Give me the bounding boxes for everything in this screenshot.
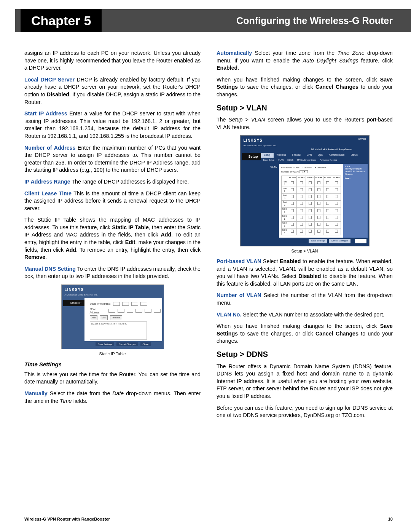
setup-side-tab: Setup xyxy=(242,153,261,160)
mac-octet-input[interactable] xyxy=(127,309,134,313)
paragraph: Number of Address Enter the maximum numb… xyxy=(24,144,201,174)
figure-setup-vlan: LINKSYS A Division of Cisco Systems, Inc… xyxy=(240,135,370,254)
ip-octet-input[interactable] xyxy=(140,302,147,306)
chapter-badge: Chapter 5 xyxy=(21,9,102,32)
mac-octet-input[interactable] xyxy=(118,309,124,313)
add-button[interactable]: Add xyxy=(90,315,98,320)
tab-administration[interactable]: Administration xyxy=(326,153,347,158)
close-button[interactable]: Close xyxy=(140,342,151,346)
figure-caption: Setup > VLAN xyxy=(240,248,370,254)
term-start-ip: Start IP Address xyxy=(24,110,67,117)
paragraph: When you have finished making changes to… xyxy=(217,323,393,345)
paragraph: The Router offers a Dynamic Domain Name … xyxy=(217,363,393,400)
paragraph: Manually Select the date from the Date d… xyxy=(24,390,201,405)
tab-vpn[interactable]: VPN xyxy=(304,153,315,158)
term-ip-range: IP Address Range xyxy=(24,179,70,185)
mac-octet-input[interactable] xyxy=(154,309,161,313)
paragraph: The Static IP Table shows the mapping of… xyxy=(24,216,201,261)
term-number-of-vlan: Number of VLAN xyxy=(217,292,261,298)
paragraph: This is where you set the time for the R… xyxy=(24,371,201,386)
term-manually: Manually xyxy=(24,390,48,396)
left-column: assigns an IP address to each PC on your… xyxy=(24,50,201,423)
help-panel: VLAN You may set up port-based VLAN func… xyxy=(343,164,368,238)
term-manual-dns: Manual DNS Setting xyxy=(24,266,76,272)
term-automatically: Automatically xyxy=(217,50,252,56)
linksys-brand: LINKSYS xyxy=(242,137,278,144)
mac-octet-input[interactable] xyxy=(145,309,151,313)
footer-product-name: Wireless-G VPN Router with RangeBooster xyxy=(24,517,110,521)
cisco-logo xyxy=(355,239,366,243)
paragraph: IP Address Range The range of DHCP addre… xyxy=(24,178,201,186)
cancel-changes-button[interactable]: Cancel Changes xyxy=(116,342,138,346)
sub-tabs: Basic Setup VLAN DDNS MAC Address Clone … xyxy=(261,158,368,162)
figure-tab: Static IP xyxy=(63,300,84,306)
mac-octet-input[interactable] xyxy=(108,309,115,313)
ip-octet-input[interactable] xyxy=(122,302,129,306)
paragraph: Local DHCP Server DHCP is already enable… xyxy=(24,76,201,106)
linksys-brand: LINKSYS xyxy=(63,286,162,293)
page-number: 10 xyxy=(388,517,393,521)
chapter-number: 5 xyxy=(84,13,91,28)
edit-button[interactable]: Edit xyxy=(100,315,107,320)
save-settings-button[interactable]: Save Settings xyxy=(96,342,114,346)
tab-status[interactable]: Status xyxy=(347,153,360,158)
ip-octet-input[interactable] xyxy=(113,302,120,306)
term-num-addr: Number of Address xyxy=(24,145,75,151)
page-footer: Wireless-G VPN Router with RangeBooster … xyxy=(24,517,393,521)
header-title: Configuring the Wireless-G Router xyxy=(236,15,393,26)
term-local-dhcp: Local DHCP Server xyxy=(24,77,75,83)
num-vlan-select[interactable]: 1 ▾ xyxy=(299,170,308,173)
tab-qos[interactable]: QoS xyxy=(315,153,326,158)
term-port-based-vlan: Port-based VLAN xyxy=(217,258,261,264)
page-header: Chapter 5 Configuring the Wireless-G Rou… xyxy=(15,9,411,32)
paragraph: Manual DNS Setting To enter the DNS IP a… xyxy=(24,265,201,280)
figure-caption: Static IP Table xyxy=(61,351,164,357)
nav-tabs: Setup Wireless Firewall VPN QoS Administ… xyxy=(261,153,368,158)
more-link[interactable]: More... xyxy=(345,177,366,180)
save-settings-button[interactable]: Save Settings xyxy=(309,239,327,243)
paragraph: Port-based VLAN Select Enabled to enable… xyxy=(217,258,393,288)
term-vlan-no: VLAN No. xyxy=(217,312,241,318)
heading-setup-vlan: Setup > VLAN xyxy=(217,103,393,113)
paragraph: When you have finished making changes to… xyxy=(217,76,393,99)
heading-setup-ddns: Setup > DDNS xyxy=(217,349,393,360)
chapter-label: Chapter xyxy=(31,13,80,28)
vlan-side-label: VLAN xyxy=(261,164,279,238)
paragraph: Number of VLAN Select the number of the … xyxy=(217,292,393,307)
tab-firewall[interactable]: Firewall xyxy=(289,153,303,158)
term-lease-time: Client Lease Time xyxy=(24,190,72,197)
paragraph: Client Lease Time This is the amount of … xyxy=(24,190,201,212)
paragraph: Automatically Select your time zone from… xyxy=(217,50,393,72)
mac-octet-input[interactable] xyxy=(135,309,142,313)
right-column: Automatically Select your time zone from… xyxy=(217,50,393,423)
vlan-table: VLAN1 VLAN2 VLAN3 VLAN4 VLAN5 VLAN6 Port… xyxy=(281,176,341,235)
paragraph: VLAN No. Select the VLAN number to assoc… xyxy=(217,311,393,319)
tab-setup[interactable]: Setup xyxy=(261,153,274,158)
paragraph: Start IP Address Enter a value for the D… xyxy=(24,110,201,140)
heading-time-settings: Time Settings xyxy=(24,361,201,369)
figure-static-ip-table: LINKSYS A Division of Cisco Systems, Inc… xyxy=(61,284,164,357)
paragraph: The Setup > VLAN screen allows you to us… xyxy=(217,116,393,131)
paragraph: Before you can use this feature, you nee… xyxy=(217,404,393,419)
ip-octet-input[interactable] xyxy=(131,302,138,306)
remove-button[interactable]: Remove xyxy=(110,315,122,320)
paragraph: assigns an IP address to each PC on your… xyxy=(24,50,201,72)
cancel-changes-button[interactable]: Cancel Changes xyxy=(329,239,350,243)
tab-wireless[interactable]: Wireless xyxy=(274,153,289,158)
